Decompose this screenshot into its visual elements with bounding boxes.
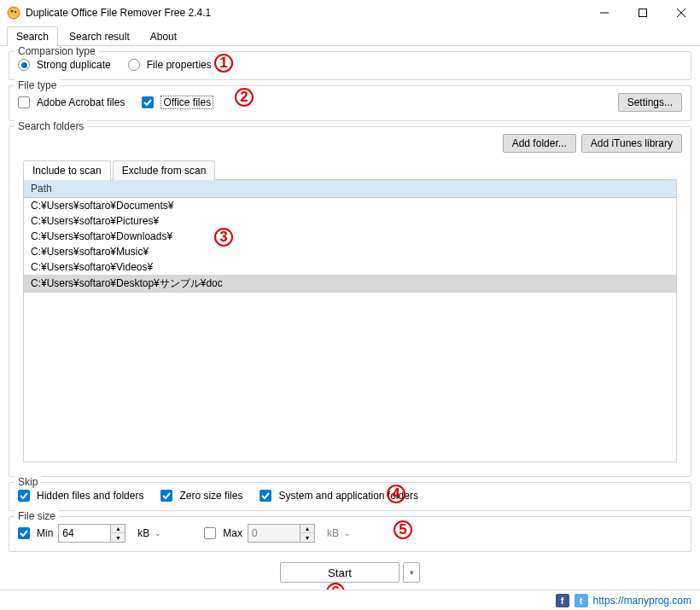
window-title: Duplicate Office File Remover Free 2.4.1 bbox=[26, 7, 585, 19]
tab-search-result[interactable]: Search result bbox=[60, 26, 139, 46]
subtab-include[interactable]: Include to scan bbox=[23, 160, 111, 180]
skip-group: Skip Hidden files and folders Zero size … bbox=[9, 482, 691, 511]
radio-file-properties[interactable] bbox=[128, 59, 140, 71]
max-spinner[interactable]: ▲▼ bbox=[248, 524, 315, 543]
max-label[interactable]: Max bbox=[223, 527, 242, 539]
checkbox-zero[interactable] bbox=[160, 490, 172, 502]
comparison-legend: Comparsion type bbox=[15, 46, 99, 57]
titlebar: Duplicate Office File Remover Free 2.4.1 bbox=[0, 0, 700, 26]
path-row[interactable]: C:¥Users¥softaro¥Documents¥ bbox=[24, 198, 676, 213]
annotation-6: 6 bbox=[326, 583, 345, 590]
main-tabs: Search Search result About bbox=[0, 26, 700, 46]
checkbox-system-label[interactable]: System and application folders bbox=[278, 490, 417, 502]
skip-legend: Skip bbox=[15, 476, 41, 488]
facebook-icon[interactable]: f bbox=[556, 594, 569, 607]
settings-button[interactable]: Settings... bbox=[618, 93, 682, 112]
min-value[interactable] bbox=[59, 525, 110, 542]
radio-strong-label[interactable]: Strong duplicate bbox=[37, 59, 111, 71]
path-header[interactable]: Path bbox=[24, 180, 676, 198]
filetype-group: File type Adobe Acrobat files Office fil… bbox=[9, 85, 691, 121]
svg-point-0 bbox=[8, 7, 20, 19]
checkbox-acrobat[interactable] bbox=[18, 96, 30, 108]
radio-strong-duplicate[interactable] bbox=[18, 59, 30, 71]
checkbox-office[interactable] bbox=[142, 96, 154, 108]
folder-subtabs: Include to scan Exclude from scan bbox=[23, 160, 682, 179]
filesize-legend: File size bbox=[15, 510, 59, 522]
checkbox-max[interactable] bbox=[204, 527, 216, 539]
radio-fileprops-label[interactable]: File properties bbox=[147, 59, 212, 71]
footer: f t https://manyprog.com bbox=[0, 590, 700, 610]
spinner-down-icon[interactable]: ▼ bbox=[300, 533, 314, 542]
spinner-down-icon[interactable]: ▼ bbox=[111, 533, 125, 542]
path-row[interactable]: C:¥Users¥softaro¥Music¥ bbox=[24, 244, 676, 259]
subtab-exclude[interactable]: Exclude from scan bbox=[113, 160, 216, 180]
checkbox-office-label[interactable]: Office files bbox=[160, 96, 213, 109]
app-icon bbox=[7, 6, 20, 20]
svg-rect-4 bbox=[639, 9, 646, 17]
checkbox-acrobat-label[interactable]: Adobe Acrobat files bbox=[37, 96, 125, 108]
footer-link[interactable]: https://manyprog.com bbox=[593, 595, 691, 607]
minimize-button[interactable] bbox=[585, 0, 623, 26]
start-button[interactable]: Start bbox=[280, 562, 400, 583]
tab-about[interactable]: About bbox=[141, 26, 186, 46]
spinner-up-icon[interactable]: ▲ bbox=[300, 525, 314, 533]
chevron-down-icon: ⌄ bbox=[344, 529, 351, 537]
close-button[interactable] bbox=[662, 0, 700, 26]
checkbox-hidden-label[interactable]: Hidden files and folders bbox=[37, 490, 143, 502]
path-row[interactable]: C:¥Users¥softaro¥Videos¥ bbox=[24, 259, 676, 275]
checkbox-zero-label[interactable]: Zero size files bbox=[179, 490, 242, 502]
twitter-icon[interactable]: t bbox=[575, 594, 588, 607]
add-itunes-button[interactable]: Add iTunes library bbox=[581, 134, 682, 153]
checkbox-min[interactable] bbox=[18, 527, 30, 539]
path-table[interactable]: Path C:¥Users¥softaro¥Documents¥ C:¥User… bbox=[23, 179, 677, 462]
max-value bbox=[248, 525, 300, 542]
spinner-up-icon[interactable]: ▲ bbox=[111, 525, 125, 533]
min-spinner[interactable]: ▲▼ bbox=[58, 524, 125, 543]
max-unit-combo: kB⌄ bbox=[320, 524, 363, 543]
min-label[interactable]: Min bbox=[37, 527, 53, 539]
checkbox-system[interactable] bbox=[260, 490, 271, 502]
caret-down-icon: ▾ bbox=[410, 568, 414, 577]
add-folder-button[interactable]: Add folder... bbox=[503, 134, 576, 153]
svg-point-2 bbox=[15, 11, 17, 14]
start-row: Start ▾ 6 bbox=[9, 557, 691, 590]
filetype-legend: File type bbox=[15, 79, 60, 91]
search-folders-legend: Search folders bbox=[15, 120, 87, 132]
path-row-selected[interactable]: C:¥Users¥softaro¥Desktop¥サンプル¥doc bbox=[24, 275, 676, 293]
tab-search[interactable]: Search bbox=[7, 26, 58, 46]
comparison-group: Comparsion type Strong duplicate File pr… bbox=[9, 51, 691, 80]
chevron-down-icon: ⌄ bbox=[155, 529, 161, 537]
min-unit-combo[interactable]: kB⌄ bbox=[131, 524, 173, 543]
search-folders-group: Search folders Add folder... Add iTunes … bbox=[9, 126, 691, 477]
path-row[interactable]: C:¥Users¥softaro¥Pictures¥ bbox=[24, 213, 676, 229]
filesize-group: File size Min ▲▼ kB⌄ Max ▲▼ kB⌄ 5 bbox=[9, 516, 691, 552]
checkbox-hidden[interactable] bbox=[18, 490, 30, 502]
path-row[interactable]: C:¥Users¥softaro¥Downloads¥ bbox=[24, 229, 676, 244]
svg-point-1 bbox=[11, 10, 14, 13]
maximize-button[interactable] bbox=[623, 0, 662, 26]
content-area: Comparsion type Strong duplicate File pr… bbox=[0, 46, 700, 590]
start-dropdown[interactable]: ▾ bbox=[403, 562, 420, 583]
